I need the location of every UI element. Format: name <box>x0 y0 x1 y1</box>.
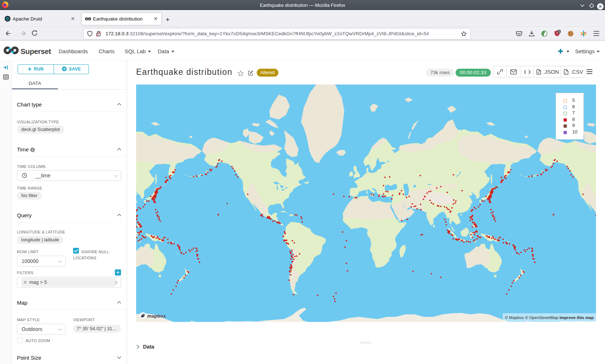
svg-text:x: x <box>565 72 566 74</box>
svg-text:mapbox: mapbox <box>147 313 166 319</box>
svg-text:2: 2 <box>558 30 560 33</box>
